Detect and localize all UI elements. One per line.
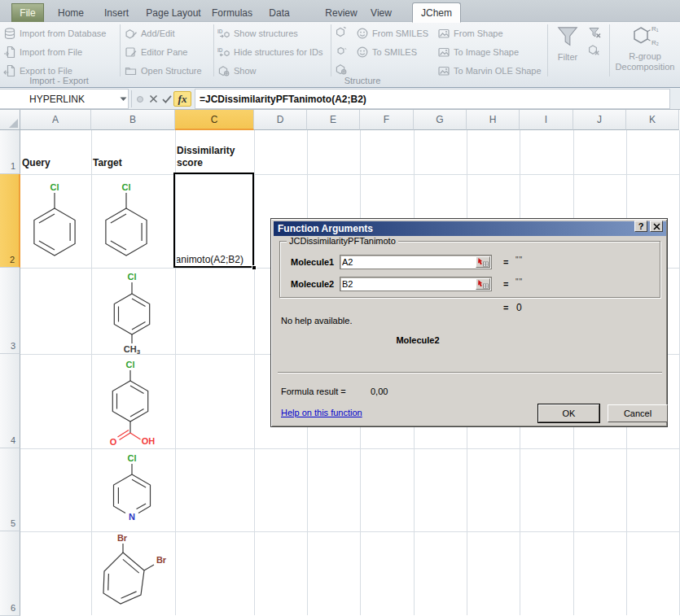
tab-home[interactable]: Home: [50, 3, 91, 22]
database-icon: [3, 27, 16, 40]
molecule-b5-chloropyridine[interactable]: Cl N: [95, 452, 169, 526]
formula-input[interactable]: =JCDissimilarityPFTanimoto(A2;B2): [195, 89, 670, 109]
column-header-i[interactable]: I: [520, 110, 573, 130]
column-header-k[interactable]: K: [626, 110, 679, 130]
file-import-icon: [3, 46, 16, 59]
help-on-function-link[interactable]: Help on this function: [281, 408, 362, 417]
ribbon-separator: [120, 24, 121, 76]
molecule-b3-chlorotoluene[interactable]: Cl CH3: [95, 269, 169, 357]
tab-insert[interactable]: Insert: [98, 3, 135, 22]
function-arguments-dialog: Function Arguments ? JCDissimilarityPFTa…: [270, 218, 668, 427]
show-structures-button[interactable]: Show structures: [217, 25, 298, 42]
rgroup-decomposition-button[interactable]: R₁ R₂ R-group Decomposition: [611, 24, 679, 72]
select-all-corner[interactable]: [0, 110, 20, 130]
dialog-close-button[interactable]: [650, 221, 663, 232]
show-button[interactable]: Show: [217, 63, 257, 79]
name-box-resize-handle[interactable]: [133, 91, 147, 107]
editor-pane-button[interactable]: Editor Pane: [125, 44, 187, 60]
row-header-1[interactable]: 1: [0, 130, 20, 174]
import-from-database-button[interactable]: Import from Database: [3, 25, 106, 42]
group-label-import-export: Import - Export: [0, 76, 118, 86]
tab-formulas[interactable]: Formulas: [210, 3, 254, 22]
result-equals: =: [503, 303, 508, 312]
to-smiles-button[interactable]: To SMILES: [356, 44, 417, 60]
molecule1-field[interactable]: [340, 255, 492, 269]
svg-text:Cl: Cl: [126, 360, 135, 369]
molecule-b2-chlorobenzene[interactable]: Cl: [90, 177, 163, 262]
structure-to-id-icon: [217, 46, 230, 59]
row-header-3[interactable]: 3: [0, 268, 20, 354]
hexagon-gear-arrow-icon: [335, 63, 348, 76]
from-shape-button[interactable]: From Shape: [437, 25, 503, 42]
arg1-equals: =: [503, 257, 508, 267]
name-box[interactable]: HYPERLINK: [0, 89, 129, 109]
tab-page-layout[interactable]: Page Layout: [140, 3, 207, 22]
cancel-entry-button[interactable]: [147, 91, 160, 107]
tab-review[interactable]: Review: [321, 3, 362, 22]
ribbon: Import from Database Import from File Ex…: [0, 22, 680, 88]
column-header-c-selected[interactable]: C: [175, 110, 254, 130]
add-edit-button[interactable]: Add/Edit: [125, 25, 175, 42]
tab-file[interactable]: File: [11, 3, 44, 22]
filter-button[interactable]: Filter: [547, 25, 588, 63]
column-header-h[interactable]: H: [467, 110, 520, 130]
cancel-button[interactable]: Cancel: [608, 404, 668, 422]
column-header-a[interactable]: A: [20, 110, 91, 130]
import-from-file-button[interactable]: Import from File: [3, 44, 82, 60]
molecule-a2-chlorobenzene[interactable]: Cl: [18, 177, 91, 262]
molecule2-field[interactable]: [340, 277, 492, 291]
picture-icon: [437, 64, 450, 77]
open-structure-button[interactable]: Open Structure: [125, 63, 202, 79]
svg-text:O: O: [110, 437, 117, 447]
funnel-icon: [555, 25, 580, 50]
group-label-structure: Structure: [326, 76, 399, 86]
molecule-b4-chlorobenzoic-acid[interactable]: Cl O OH: [94, 357, 167, 450]
fill-handle[interactable]: [252, 265, 257, 270]
ribbon-separator: [213, 24, 214, 76]
funnel-x-icon: [588, 26, 602, 40]
enter-entry-button[interactable]: [160, 91, 173, 107]
dialog-title-bar[interactable]: Function Arguments: [274, 221, 666, 236]
column-header-f[interactable]: F: [360, 110, 414, 130]
formula-bar: HYPERLINK fx =JCDissimilarityPFTanimoto(…: [0, 88, 680, 110]
dialog-help-button[interactable]: ?: [634, 221, 647, 232]
range-select-icon: [477, 279, 489, 289]
row-header-5[interactable]: 5: [0, 448, 20, 531]
insert-function-button[interactable]: fx: [173, 91, 191, 107]
column-header-g[interactable]: G: [414, 110, 467, 130]
function-name-label: JCDissimilarityPFTanimoto: [287, 236, 398, 246]
arg2-equals: =: [503, 279, 508, 289]
column-header-j[interactable]: J: [573, 110, 626, 130]
tab-data[interactable]: Data: [261, 3, 298, 22]
row-header-4[interactable]: 4: [0, 354, 20, 448]
clear-structure-filter-button[interactable]: [587, 43, 602, 58]
close-icon: [653, 223, 660, 230]
ribbon-separator: [331, 24, 331, 76]
column-header-b[interactable]: B: [91, 110, 175, 130]
tab-view[interactable]: View: [363, 3, 399, 22]
cell-c1-dissimilarity-score: Dissimilarity score: [177, 145, 235, 169]
svg-text:R₁: R₁: [651, 25, 659, 33]
clear-filter-button[interactable]: [588, 26, 603, 41]
column-header-d[interactable]: D: [254, 110, 307, 130]
new-structure-tool-button[interactable]: [335, 25, 349, 40]
to-marvin-ole-shape-button[interactable]: To Marvin OLE Shape: [437, 63, 542, 79]
molecule2-range-select-button[interactable]: [476, 278, 490, 290]
svg-text:Cl: Cl: [50, 182, 59, 192]
column-header-e[interactable]: E: [307, 110, 360, 130]
from-smiles-button[interactable]: From SMILES: [356, 25, 428, 42]
row-header-6[interactable]: 6: [0, 531, 20, 616]
hide-structures-button[interactable]: Hide structures for IDs: [217, 44, 322, 60]
smiley-icon: [356, 46, 369, 59]
name-box-dropdown-button[interactable]: [116, 91, 130, 107]
molecule1-range-select-button[interactable]: [476, 256, 490, 268]
small-structure-tool-button[interactable]: [335, 44, 349, 59]
molecule1-input[interactable]: [342, 256, 472, 268]
to-image-shape-button[interactable]: To Image Shape: [437, 44, 519, 60]
cell-c2-edit-text: =JCDissimilarityPFTanimoto(A2;B2): [177, 252, 243, 265]
tab-jchem-active[interactable]: JChem: [412, 2, 461, 23]
molecule2-input[interactable]: [342, 278, 472, 290]
svg-text:Cl: Cl: [128, 453, 137, 463]
molecule-b6-dibromobenzene[interactable]: Br Br: [90, 531, 171, 616]
ok-button[interactable]: OK: [538, 404, 599, 422]
